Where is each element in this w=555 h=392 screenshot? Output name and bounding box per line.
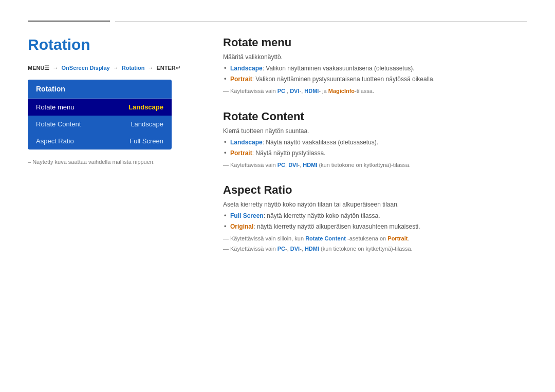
right-column: Rotate menu Määritä valikkonäyttö. Lands… <box>223 36 527 267</box>
landscape-label-2: Landscape <box>230 139 263 146</box>
menu-label: MENU <box>28 65 44 71</box>
portrait-label-2: Portrait <box>230 150 252 157</box>
note-pc-3: PC <box>278 246 285 252</box>
bullet-landscape-rotate-menu: Landscape: Valikon näyttäminen vaakasuun… <box>223 64 527 73</box>
note-rotate-menu: Käytettävissä vain PC , DVI-, HDMI- ja M… <box>223 87 527 96</box>
note-dvi-2: DVI <box>288 162 298 168</box>
menu-icon: ☰ <box>44 65 49 71</box>
portrait-label: Portrait <box>230 76 252 83</box>
footnote: – Näytetty kuva saattaa vaihdella mallis… <box>28 159 192 165</box>
landscape-desc-2: : Näytä näyttö vaakatilassa (oletusasetu… <box>263 139 378 146</box>
landscape-desc: : Valikon näyttäminen vaakasuuntaisena (… <box>263 65 415 72</box>
section-aspect-ratio: Aspect Ratio Aseta kierretty näyttö koko… <box>223 183 527 253</box>
note-hdmi-1: HDMI <box>304 88 319 94</box>
arrow-2: → <box>113 65 120 71</box>
section-desc-rotate-menu: Määritä valikkonäyttö. <box>223 53 527 61</box>
section-title-rotate-content: Rotate Content <box>223 110 527 123</box>
osd-menu-item-rotate-content[interactable]: Rotate Content Landscape <box>28 116 172 133</box>
arrow-3: → <box>147 65 155 71</box>
bullet-portrait-rotate-menu: Portrait: Valikon näyttäminen pystysuunt… <box>223 74 527 84</box>
landscape-label: Landscape <box>230 65 263 72</box>
section-desc-aspect-ratio: Aseta kierretty näyttö koko näytön tilaa… <box>223 201 527 208</box>
note-dvi-3: DVI <box>290 246 300 252</box>
arrow-1: → <box>52 65 60 71</box>
osd-menu-title: Rotation <box>28 80 172 99</box>
note-aspect-ratio-1: Käytettävissä vain silloin, kun Rotate C… <box>223 234 527 243</box>
section-rotate-menu: Rotate menu Määritä valikkonäyttö. Lands… <box>223 36 527 96</box>
menu-item-value-rotate-content: Landscape <box>131 120 163 128</box>
fullscreen-desc: : näytä kierretty näyttö koko näytön til… <box>264 212 380 219</box>
divider-short <box>28 21 110 22</box>
note-hdmi-2: HDMI <box>303 162 317 168</box>
section-rotate-content: Rotate Content Kierrä tuotteen näytön su… <box>223 110 527 170</box>
note-magicinfo: MagicInfo <box>328 88 355 94</box>
left-column: Rotation MENU☰ → OnScreen Display → Rota… <box>28 36 192 267</box>
note-aspect-ratio-2: Käytettävissä vain PC-, DVI-, HDMI (kun … <box>223 245 527 253</box>
bullet-portrait-rotate-content: Portrait: Näytä näyttö pystytilassa. <box>223 148 527 158</box>
breadcrumb-rotation: Rotation <box>122 65 145 71</box>
menu-item-label-rotate-menu: Rotate menu <box>36 103 74 111</box>
page-container: Rotation MENU☰ → OnScreen Display → Rota… <box>0 0 555 267</box>
note-pc-2: PC <box>278 162 285 168</box>
portrait-desc: : Valikon näyttäminen pystysuuntaisena t… <box>252 76 435 83</box>
page-title: Rotation <box>28 36 192 53</box>
portrait-desc-2: : Näytä näyttö pystytilassa. <box>252 150 326 157</box>
enter-label: ENTER <box>157 65 176 71</box>
note-hdmi-3: HDMI <box>305 246 319 252</box>
section-title-aspect-ratio: Aspect Ratio <box>223 183 527 197</box>
section-title-rotate-menu: Rotate menu <box>223 36 527 49</box>
top-dividers <box>28 21 527 22</box>
osd-menu-item-aspect-ratio[interactable]: Aspect Ratio Full Screen <box>28 133 172 150</box>
menu-item-value-rotate-menu: Landscape <box>128 103 163 111</box>
menu-item-label-rotate-content: Rotate Content <box>36 120 81 128</box>
note-rotate-content: Käytettävissä vain PC, DVI-, HDMI (kun t… <box>223 161 527 170</box>
bullet-fullscreen: Full Screen: näytä kierretty näyttö koko… <box>223 211 527 220</box>
menu-item-value-aspect-ratio: Full Screen <box>130 137 163 145</box>
bullet-original: Original: näytä kierretty näyttö alkuper… <box>223 222 527 231</box>
breadcrumb-onscreen: OnScreen Display <box>62 65 110 71</box>
osd-menu: Rotation Rotate menu Landscape Rotate Co… <box>28 80 172 150</box>
note-pc-1: PC <box>278 88 285 94</box>
bullet-landscape-rotate-content: Landscape: Näytä näyttö vaakatilassa (ol… <box>223 138 527 147</box>
fullscreen-label: Full Screen <box>230 212 264 219</box>
bullet-list-rotate-menu: Landscape: Valikon näyttäminen vaakasuun… <box>223 64 527 84</box>
breadcrumb: MENU☰ → OnScreen Display → Rotation → EN… <box>28 65 192 71</box>
menu-item-label-aspect-ratio: Aspect Ratio <box>36 137 74 145</box>
note-portrait-ref: Portrait <box>387 235 408 241</box>
enter-icon: ↵ <box>176 65 180 71</box>
bullet-list-aspect-ratio: Full Screen: näytä kierretty näyttö koko… <box>223 211 527 231</box>
main-content: Rotation MENU☰ → OnScreen Display → Rota… <box>28 36 527 267</box>
original-desc: : näytä kierretty näyttö alkuperäisen ku… <box>253 223 420 230</box>
note-rotate-content-ref: Rotate Content <box>305 235 346 241</box>
original-label: Original <box>230 223 253 230</box>
divider-long <box>115 21 527 22</box>
bullet-list-rotate-content: Landscape: Näytä näyttö vaakatilassa (ol… <box>223 138 527 158</box>
osd-menu-item-rotate-menu[interactable]: Rotate menu Landscape <box>28 99 172 116</box>
note-dvi-1: DVI <box>290 88 299 94</box>
section-desc-rotate-content: Kierrä tuotteen näytön suuntaa. <box>223 127 527 135</box>
